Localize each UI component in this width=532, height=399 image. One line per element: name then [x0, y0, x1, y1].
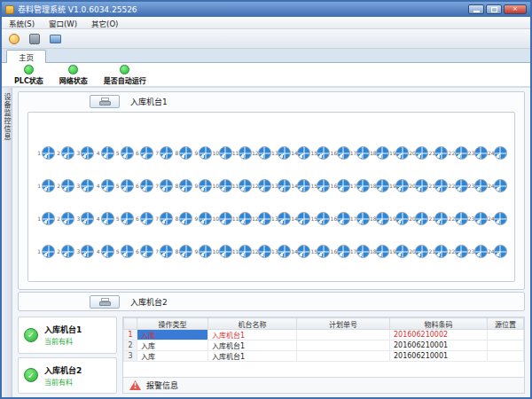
autorun-status-indicator: 是否自动运行: [104, 65, 146, 85]
menu-other[interactable]: 其它(O): [84, 18, 125, 28]
reel-dial-icon: [415, 179, 428, 192]
reel-dial-icon: [179, 245, 192, 258]
reel-dial-icon: [455, 245, 468, 258]
reel-slot-23: 23: [468, 146, 488, 160]
slot-number: 20: [409, 248, 414, 254]
dial-row: 123456789101112131415161718192021222324: [35, 212, 507, 225]
table-row[interactable]: 3入库入库机台1201606210001: [124, 351, 524, 362]
reel-slot-13: 13: [271, 245, 291, 258]
machine1-print-button[interactable]: [90, 95, 120, 108]
cell-machine[interactable]: 入库机台1: [208, 351, 297, 362]
reel-dial-icon: [160, 179, 173, 192]
cell-op[interactable]: 入库: [137, 330, 208, 340]
menu-window[interactable]: 窗口(W): [42, 18, 84, 28]
header-source-location: 源位置: [488, 318, 524, 330]
cell-op[interactable]: 入库: [137, 340, 208, 351]
slot-number: 19: [389, 248, 395, 254]
header-op-type: 操作类型: [137, 318, 208, 330]
slot-number: 8: [173, 215, 178, 222]
reel-slot-23: 23: [468, 179, 488, 192]
reel-dial-icon: [239, 212, 252, 225]
reel-dial-icon: [415, 146, 428, 160]
reel-dial-icon: [278, 212, 291, 225]
slot-number: 4: [95, 248, 100, 254]
slot-number: 2: [55, 248, 60, 254]
reel-slot-16: 16: [331, 245, 350, 258]
reel-slot-5: 5: [114, 212, 134, 225]
reel-dial-icon: [121, 179, 134, 192]
slot-number: 7: [153, 215, 159, 222]
menu-system[interactable]: 系统(S): [2, 18, 42, 28]
cell-src[interactable]: [488, 351, 524, 362]
slot-number: 5: [114, 183, 120, 189]
reel-slot-14: 14: [291, 212, 310, 225]
reel-slot-15: 15: [310, 245, 330, 258]
monitor-icon: [50, 35, 61, 43]
collapsed-side-panel[interactable]: 设备监控信息: [2, 88, 12, 397]
clock-toolbar-button[interactable]: [6, 31, 22, 47]
side-panel-vertical-label: 设备监控信息: [2, 91, 12, 143]
cell-plan[interactable]: [297, 340, 390, 351]
settings-toolbar-button[interactable]: [27, 31, 43, 47]
slot-number: 24: [488, 183, 493, 189]
tab-home[interactable]: 主页: [6, 50, 46, 63]
reel-dial-icon: [219, 245, 232, 258]
cell-plan[interactable]: [297, 330, 390, 340]
reel-slot-21: 21: [428, 179, 448, 192]
reel-slot-8: 8: [173, 245, 192, 258]
reel-slot-5: 5: [114, 146, 134, 160]
reel-slot-6: 6: [134, 245, 153, 258]
reel-dial-icon: [121, 245, 134, 258]
cell-machine[interactable]: 入库机台1: [208, 340, 297, 351]
table-row[interactable]: 2入库入库机台1201606210001: [124, 340, 524, 351]
reel-slot-11: 11: [232, 245, 252, 258]
slot-number: 17: [350, 248, 356, 254]
reel-dial-icon: [317, 245, 330, 258]
card-subtitle: 当前有料: [44, 377, 82, 387]
reel-slot-6: 6: [134, 212, 153, 225]
reel-dial-icon: [61, 212, 74, 225]
close-button[interactable]: ×: [504, 4, 527, 14]
slot-number: 1: [35, 183, 41, 189]
slot-number: 11: [232, 248, 238, 254]
cell-src[interactable]: [488, 340, 524, 351]
reel-dial-icon: [434, 245, 448, 258]
cell-barcode[interactable]: 201606210001: [390, 340, 488, 351]
monitor-toolbar-button[interactable]: [47, 31, 63, 47]
minimize-button[interactable]: [468, 4, 484, 14]
app-window: 卷料管理系统 V1.0.6034.25526 × 系统(S) 窗口(W) 其它(…: [0, 0, 532, 399]
plc-status-led-icon: [24, 65, 34, 74]
slot-number: 10: [213, 248, 218, 254]
reel-dial-icon: [278, 179, 291, 192]
cell-plan[interactable]: [297, 351, 390, 362]
reel-dial-icon: [494, 146, 507, 160]
reel-dial-icon: [121, 212, 134, 225]
cell-machine[interactable]: 入库机台1: [208, 330, 297, 340]
reel-dial-icon: [258, 146, 271, 160]
card-title: 入库机台2: [44, 364, 82, 376]
row-number: 1: [124, 330, 137, 340]
gear-icon: [29, 34, 40, 44]
reel-dial-icon: [434, 179, 448, 192]
app-icon: [5, 5, 14, 14]
reel-dial-icon: [258, 179, 271, 192]
dial-row: 123456789101112131415161718192021222324: [35, 245, 507, 258]
reel-slot-4: 4: [95, 146, 114, 160]
machine2-print-button[interactable]: [90, 295, 120, 309]
maximize-button[interactable]: [486, 4, 502, 14]
slot-number: 13: [271, 183, 277, 189]
grid-body: 1入库入库机台12016062100022入库入库机台1201606210001…: [124, 330, 524, 362]
check-icon: ✓: [24, 328, 38, 342]
cell-op[interactable]: 入库: [137, 351, 208, 362]
reel-slot-14: 14: [291, 245, 310, 258]
cell-src[interactable]: [488, 330, 524, 340]
cell-barcode[interactable]: 201606210001: [390, 351, 488, 362]
slot-number: 12: [252, 248, 257, 254]
table-row[interactable]: 1入库入库机台1201606210002: [124, 330, 524, 340]
reel-dial-icon: [278, 146, 291, 160]
slot-number: 1: [35, 248, 41, 254]
plc-status-label: PLC状态: [14, 75, 43, 85]
reel-dial-icon: [61, 179, 74, 192]
cell-barcode[interactable]: 201606210002: [390, 330, 488, 340]
operation-table: 操作类型 机台名称 计划单号 物料条码 源位置 1入库入库机台120160621…: [123, 317, 524, 362]
